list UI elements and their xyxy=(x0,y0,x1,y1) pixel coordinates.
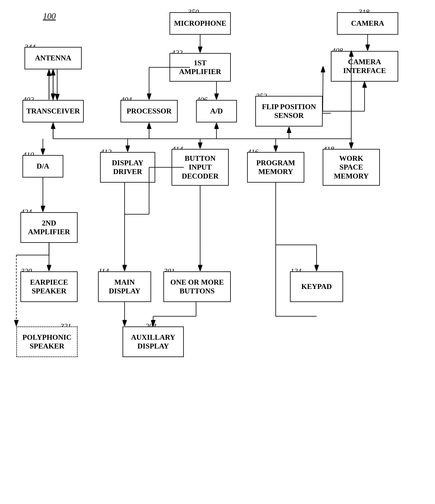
aux-display-block: AUXILLARYDISPLAY xyxy=(122,326,184,357)
display-driver-block: DISPLAYDRIVER xyxy=(100,152,155,183)
svg-line-5 xyxy=(323,66,323,111)
keypad-block: KEYPAD xyxy=(290,271,343,302)
diagram-title: 100 xyxy=(43,11,56,21)
antenna-block: ANTENNA xyxy=(25,47,82,69)
processor-block: PROCESSOR xyxy=(120,100,178,122)
first-amp-block: 1STAMPLIFIER xyxy=(169,53,231,82)
flip-sensor-block: FLIP POSITIONSENSOR xyxy=(255,96,323,126)
button-decoder-block: BUTTONINPUTDECODER xyxy=(172,149,229,186)
earpiece-block: EARPIECESPEAKER xyxy=(20,271,78,302)
transceiver-block: TRANSCEIVER xyxy=(22,100,84,122)
da-block: D/A xyxy=(22,155,63,178)
ad-block: A/D xyxy=(196,100,237,122)
second-amp-block: 2NDAMPLIFIER xyxy=(20,212,78,243)
main-display-block: MAINDISPLAY xyxy=(98,271,151,302)
camera-interface-block: CAMERAINTERFACE xyxy=(331,51,398,82)
buttons-block: ONE OR MOREBUTTONS xyxy=(163,271,231,302)
workspace-memory-block: WORKSPACEMEMORY xyxy=(323,149,380,186)
microphone-block: MICROPHONE xyxy=(169,12,231,35)
polyphonic-block: POLYPHONICSPEAKER xyxy=(16,326,78,357)
diagram-container: 100 350 318 344 422 408 402 404 406 352 … xyxy=(0,0,435,504)
camera-block: CAMERA xyxy=(337,12,398,35)
program-memory-block: PROGRAMMEMORY xyxy=(247,152,304,183)
